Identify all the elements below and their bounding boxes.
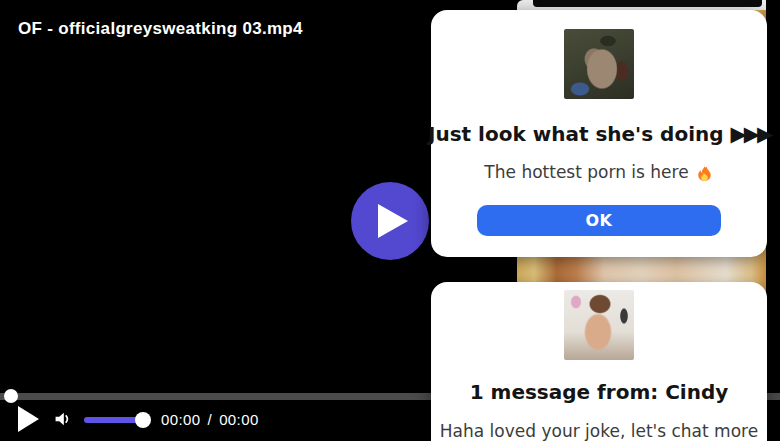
video-title: OF - officialgreysweatking 03.mp4: [18, 19, 303, 39]
message-body: Haha loved your joke, let's chat more: [440, 420, 758, 441]
volume-slider-thumb[interactable]: [135, 412, 151, 428]
offer-popup: Just look what she's doing▶▶▶ The hottes…: [431, 10, 767, 257]
time-separator: /: [208, 411, 213, 428]
play-icon: [378, 204, 408, 238]
fire-emoji: [695, 163, 714, 182]
time-display: 00:00 / 00:00: [161, 411, 259, 428]
message-title: 1 message from: Cindy: [470, 380, 729, 404]
message-popup[interactable]: 1 message from: Cindy Haha loved your jo…: [431, 282, 767, 441]
ok-button[interactable]: OK: [477, 205, 721, 236]
triple-play-arrows-icon: ▶▶▶: [731, 122, 770, 146]
offer-title: Just look what she's doing▶▶▶: [428, 122, 770, 146]
speaker-icon: [51, 408, 73, 430]
volume-button[interactable]: [51, 408, 73, 430]
offer-subtitle: The hottest porn is here: [484, 161, 713, 183]
video-progress-thumb[interactable]: [4, 389, 18, 403]
message-thumbnail[interactable]: [564, 290, 634, 360]
play-button[interactable]: [16, 405, 40, 433]
offer-thumbnail[interactable]: [564, 29, 634, 99]
ad-topbar: [533, 0, 762, 7]
big-play-button[interactable]: [351, 182, 429, 260]
duration: 00:00: [219, 411, 259, 428]
current-time: 00:00: [161, 411, 201, 428]
play-icon: [16, 405, 40, 433]
